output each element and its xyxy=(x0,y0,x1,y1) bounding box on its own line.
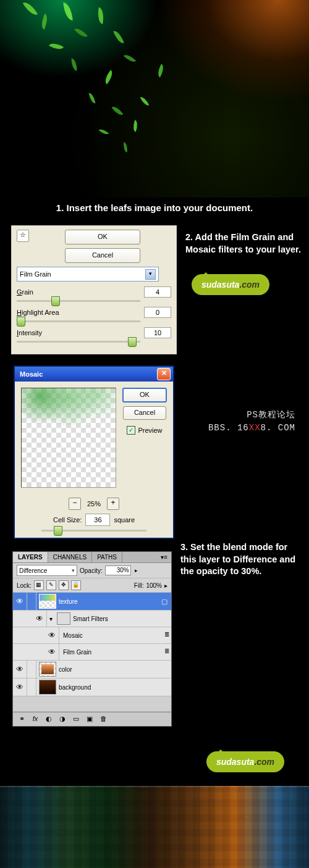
ok-button[interactable]: OK xyxy=(65,230,140,244)
mosaic-ok-button[interactable]: OK xyxy=(122,388,167,403)
lock-all-icon[interactable]: 🔒 xyxy=(71,580,81,590)
fx-icon[interactable]: fx xyxy=(30,715,40,724)
tab-channels[interactable]: CHANNELS xyxy=(48,552,92,562)
visibility-icon[interactable]: 👁 xyxy=(13,593,27,610)
ps-watermark: PS教程论坛 BBS. 16XX8. COM xyxy=(174,404,309,435)
filter-mask-thumbnail xyxy=(57,612,70,625)
lock-label: Lock: xyxy=(17,582,32,589)
zoom-in-button[interactable]: + xyxy=(107,498,119,510)
blend-mode-select[interactable]: Difference▾ xyxy=(17,565,77,576)
grain-label: Grain xyxy=(17,288,33,296)
filter-select-value: Film Grain xyxy=(20,270,51,278)
visibility-icon[interactable]: 👁 xyxy=(33,611,47,627)
filter-filmgrain-row[interactable]: 👁 Film Grain ≣ xyxy=(13,644,171,661)
layer-background[interactable]: 👁 background xyxy=(13,678,171,696)
grain-value-input[interactable]: 4 xyxy=(144,286,171,298)
mosaic-title: Mosaic xyxy=(20,370,43,378)
fill-label: Fill: xyxy=(134,582,144,589)
highlight-value-input[interactable]: 0 xyxy=(144,307,171,318)
adjustment-layer-icon[interactable]: ◑ xyxy=(57,715,67,724)
sudasuta-badge: sudasuta.com xyxy=(206,751,284,772)
result-image xyxy=(0,786,309,868)
check-icon: ✓ xyxy=(127,426,135,435)
visibility-icon[interactable]: 👁 xyxy=(13,678,27,696)
opacity-flyout-icon[interactable]: ▸ xyxy=(133,567,139,574)
panel-menu-icon[interactable]: ▾≡ xyxy=(157,552,171,562)
step3-caption: 3. Set the blend mode for this layer to … xyxy=(180,541,302,578)
sudasuta-badge: sudasuta.com xyxy=(192,274,269,295)
filter-options-icon[interactable]: ≣ xyxy=(163,648,171,656)
tab-paths[interactable]: PATHS xyxy=(92,552,122,562)
layer-thumbnail xyxy=(39,594,56,609)
trash-icon[interactable]: 🗑 xyxy=(98,715,108,724)
mosaic-titlebar: Mosaic ✕ xyxy=(15,367,173,382)
group-icon[interactable]: ▭ xyxy=(71,715,81,724)
panel-collapse-button[interactable]: ☆ xyxy=(17,230,29,242)
step1-caption: 1. Insert the leafs image into your docu… xyxy=(0,198,309,225)
chevron-down-icon: ▾ xyxy=(145,269,156,280)
film-grain-panel: ☆ OK Cancel Film Grain ▾ Grain 4 Highlig… xyxy=(11,225,177,354)
layer-thumbnail xyxy=(39,680,56,695)
opacity-label: Opacity: xyxy=(80,567,103,574)
cell-size-label-pre: Cell Size: xyxy=(53,516,82,524)
filter-options-icon[interactable]: ≣ xyxy=(163,631,171,640)
visibility-icon[interactable]: 👁 xyxy=(13,661,27,678)
zoom-out-button[interactable]: − xyxy=(69,498,81,510)
zoom-level: 25% xyxy=(87,500,101,507)
highlight-slider[interactable] xyxy=(17,320,140,322)
layer-texture[interactable]: 👁 texture ▢ xyxy=(13,593,171,611)
close-button[interactable]: ✕ xyxy=(157,368,171,380)
visibility-icon[interactable]: 👁 xyxy=(45,644,59,660)
cancel-button[interactable]: Cancel xyxy=(65,248,140,263)
new-layer-icon[interactable]: ▣ xyxy=(85,715,95,724)
visibility-icon[interactable]: 👁 xyxy=(45,627,59,643)
fill-flyout-icon[interactable]: ▸ xyxy=(164,582,167,589)
mosaic-cancel-button[interactable]: Cancel xyxy=(123,406,166,420)
step2-caption: 2. Add the Film Grain and Mosaic filters… xyxy=(185,232,302,256)
mosaic-dialog: Mosaic ✕ OK Cancel ✓ Preview − 25% xyxy=(14,365,174,539)
mask-icon[interactable]: ◐ xyxy=(44,715,54,724)
lock-brush-icon[interactable]: ✎ xyxy=(46,580,56,590)
link-layers-icon[interactable]: ⚭ xyxy=(17,715,27,724)
preview-checkbox[interactable]: ✓ Preview xyxy=(127,426,162,435)
layer-thumbnail xyxy=(39,662,56,677)
cell-size-label-post: square xyxy=(114,516,135,524)
intensity-label: Intensity xyxy=(17,329,42,336)
smart-object-icon: ▢ xyxy=(158,598,171,606)
layer-color[interactable]: 👁 color xyxy=(13,661,171,678)
leaf-illustration xyxy=(0,0,309,198)
smart-filters-row[interactable]: 👁 ▾ Smart Filters xyxy=(13,611,171,627)
cell-size-slider[interactable] xyxy=(41,530,146,532)
intensity-value-input[interactable]: 10 xyxy=(144,327,171,338)
opacity-input[interactable]: 30% xyxy=(105,565,131,575)
chevron-down-icon: ▾ xyxy=(72,567,75,574)
grain-slider[interactable] xyxy=(17,300,140,302)
layers-panel: LAYERS CHANNELS PATHS ▾≡ Difference▾ Opa… xyxy=(12,551,172,727)
filter-select[interactable]: Film Grain ▾ xyxy=(17,267,159,282)
tab-layers[interactable]: LAYERS xyxy=(13,552,48,562)
filter-mosaic-row[interactable]: 👁 Mosaic ≣ xyxy=(13,627,171,644)
intensity-slider[interactable] xyxy=(17,341,140,343)
lock-transparency-icon[interactable]: ▦ xyxy=(34,580,44,590)
mosaic-preview xyxy=(21,388,116,488)
highlight-label: Highlight Area xyxy=(17,309,59,316)
cell-size-input[interactable] xyxy=(85,514,110,526)
lock-move-icon[interactable]: ✥ xyxy=(59,580,69,590)
fill-input[interactable]: 100% xyxy=(146,582,162,589)
